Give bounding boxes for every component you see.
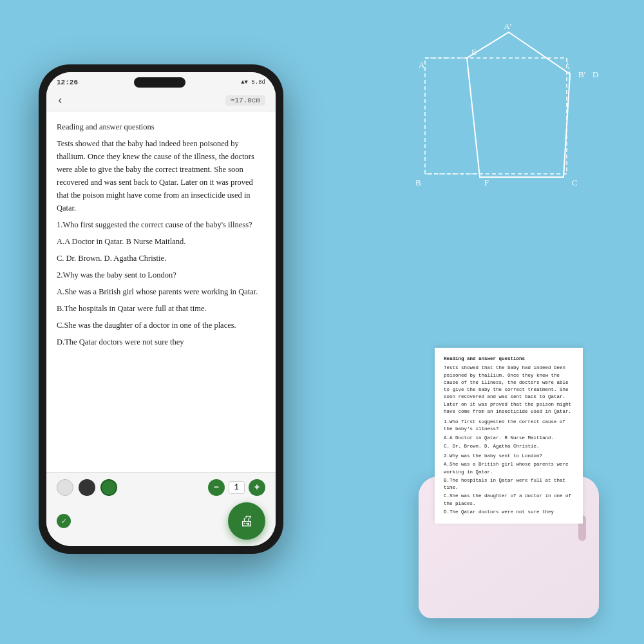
print-row: ✓ 🖨 xyxy=(57,502,265,540)
paper-q1: 1.Who first suggested the correct cause … xyxy=(444,419,574,433)
phone-screen: 12:26 ▲▼ 5.8d ‹ ≈17.0cm Reading and answ… xyxy=(46,72,276,546)
svg-rect-0 xyxy=(425,58,567,174)
label-c: C xyxy=(572,178,578,187)
question-2a: A.She was a British girl whose parents w… xyxy=(57,285,265,298)
label-b-prime: B' xyxy=(578,70,585,79)
paper-q2: 2.Why was the baby sent to London? xyxy=(444,453,574,460)
size-minus-button[interactable]: − xyxy=(208,479,225,496)
back-button[interactable]: ‹ xyxy=(57,94,64,107)
phone-container: 12:26 ▲▼ 5.8d ‹ ≈17.0cm Reading and answ… xyxy=(39,64,283,554)
svg-marker-1 xyxy=(467,32,570,177)
phone-notch xyxy=(134,77,185,88)
question-1a: A.A Doctor in Qatar. B Nurse Maitland. xyxy=(57,235,265,248)
color-white[interactable] xyxy=(57,479,73,496)
color-dots xyxy=(57,479,117,496)
printer-container: Reading and answer questions Tests showe… xyxy=(406,348,612,618)
question-1b: C. Dr. Brown. D. Agatha Christie. xyxy=(57,252,265,265)
question-2: 2.Why was the baby sent to London? xyxy=(57,269,265,281)
paper-q1b: C. Dr. Brown. D. Agatha Christie. xyxy=(444,443,574,450)
size-value: 1 xyxy=(229,481,245,494)
question-2b: B.The hospitals in Qatar were full at th… xyxy=(57,302,265,315)
check-icon[interactable]: ✓ xyxy=(57,514,71,528)
phone-bottom-bar: − 1 + ✓ 🖨 xyxy=(46,472,276,546)
phone-body: 12:26 ▲▼ 5.8d ‹ ≈17.0cm Reading and answ… xyxy=(39,64,283,554)
question-2d: D.The Qatar doctors were not sure they xyxy=(57,336,265,348)
phone-header: ‹ ≈17.0cm xyxy=(46,90,276,111)
geometry-diagram: A' A B' D C B E F xyxy=(399,19,605,200)
label-d: D xyxy=(592,70,598,79)
phone-signal: ▲▼ 5.8d xyxy=(241,79,265,86)
paper-q2d: D.The Qatar doctors were not sure they xyxy=(444,509,574,516)
size-plus-button[interactable]: + xyxy=(249,479,265,496)
paper-title: Reading and answer questions xyxy=(444,355,574,363)
ruler-label: ≈17.0cm xyxy=(225,95,265,106)
paper-q1a: A.A Doctor in Qatar. B Nurse Maitland. xyxy=(444,435,574,442)
phone-content: Reading and answer questions Tests showe… xyxy=(46,111,276,472)
color-size-row: − 1 + xyxy=(57,479,265,496)
label-a-prime: A' xyxy=(504,21,511,31)
phone-status-bar: 12:26 ▲▼ 5.8d xyxy=(46,72,276,90)
question-2c: C.She was the daughter of a doctor in on… xyxy=(57,319,265,332)
printer-paper: Reading and answer questions Tests showe… xyxy=(435,348,583,524)
color-green[interactable] xyxy=(100,479,117,496)
label-e: E xyxy=(471,47,477,57)
paper-q2a: A.She was a British girl whose parents w… xyxy=(444,461,574,476)
paper-q2b: B.The hospitals in Qatar were full at th… xyxy=(444,477,574,492)
content-passage: Tests showed that the baby had indeed be… xyxy=(57,137,265,214)
content-title: Reading and answer questions xyxy=(57,120,265,133)
paper-passage: Tests showed that the baby had indeed be… xyxy=(444,365,574,415)
label-f: F xyxy=(484,178,489,187)
paper-q2c: C.She was the daughter of a doctor in on… xyxy=(444,493,574,507)
label-a: A xyxy=(419,60,425,70)
size-control: − 1 + xyxy=(208,479,265,496)
label-b: B xyxy=(415,178,421,187)
phone-time: 12:26 xyxy=(57,79,78,86)
print-button[interactable]: 🖨 xyxy=(228,502,265,540)
color-dark[interactable] xyxy=(79,479,95,496)
question-1: 1.Who first suggested the correct cause … xyxy=(57,218,265,231)
